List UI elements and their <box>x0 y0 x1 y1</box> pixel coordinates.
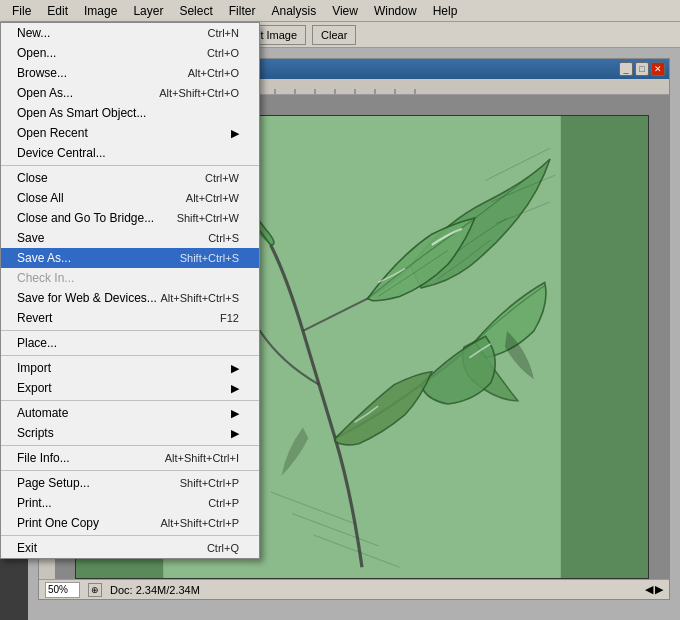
separator-5 <box>1 445 259 446</box>
doc-info: Doc: 2.34M/2.34M <box>110 584 200 596</box>
nav-prev-button[interactable]: ⊕ <box>88 583 102 597</box>
menu-select[interactable]: Select <box>171 2 220 20</box>
menu-help[interactable]: Help <box>425 2 466 20</box>
clear-button[interactable]: Clear <box>312 25 356 45</box>
separator-6 <box>1 470 259 471</box>
menu-open-as[interactable]: Open As... Alt+Shift+Ctrl+O <box>1 83 259 103</box>
menu-layer[interactable]: Layer <box>125 2 171 20</box>
menu-new[interactable]: New... Ctrl+N <box>1 23 259 43</box>
menu-device-central[interactable]: Device Central... <box>1 143 259 163</box>
menu-edit[interactable]: Edit <box>39 2 76 20</box>
menu-save-as[interactable]: Save As... Shift+Ctrl+S <box>1 248 259 268</box>
window-minimize-button[interactable]: _ <box>619 62 633 76</box>
menu-check-in: Check In... <box>1 268 259 288</box>
menu-export[interactable]: Export ▶ <box>1 378 259 398</box>
document-status-bar: ⊕ Doc: 2.34M/2.34M ◀ ▶ <box>39 579 669 599</box>
scroll-right-icon[interactable]: ▶ <box>655 583 663 596</box>
window-controls: _ □ ✕ <box>619 62 665 76</box>
menu-close-bridge[interactable]: Close and Go To Bridge... Shift+Ctrl+W <box>1 208 259 228</box>
separator-2 <box>1 330 259 331</box>
menu-close[interactable]: Close Ctrl+W <box>1 168 259 188</box>
status-navigation: ⊕ <box>88 583 102 597</box>
file-dropdown-menu: New... Ctrl+N Open... Ctrl+O Browse... A… <box>0 22 260 559</box>
menu-file[interactable]: File <box>4 2 39 20</box>
menu-filter[interactable]: Filter <box>221 2 264 20</box>
menu-save[interactable]: Save Ctrl+S <box>1 228 259 248</box>
menu-open-recent[interactable]: Open Recent ▶ <box>1 123 259 143</box>
menu-close-all[interactable]: Close All Alt+Ctrl+W <box>1 188 259 208</box>
zoom-input[interactable] <box>45 582 80 598</box>
menu-bar: File Edit Image Layer Select Filter Anal… <box>0 0 680 22</box>
separator-7 <box>1 535 259 536</box>
separator-4 <box>1 400 259 401</box>
menu-exit[interactable]: Exit Ctrl+Q <box>1 538 259 558</box>
menu-file-info[interactable]: File Info... Alt+Shift+Ctrl+I <box>1 448 259 468</box>
separator-1 <box>1 165 259 166</box>
menu-analysis[interactable]: Analysis <box>263 2 324 20</box>
menu-print-one[interactable]: Print One Copy Alt+Shift+Ctrl+P <box>1 513 259 533</box>
separator-3 <box>1 355 259 356</box>
menu-image[interactable]: Image <box>76 2 125 20</box>
menu-save-web[interactable]: Save for Web & Devices... Alt+Shift+Ctrl… <box>1 288 259 308</box>
menu-import[interactable]: Import ▶ <box>1 358 259 378</box>
menu-automate[interactable]: Automate ▶ <box>1 403 259 423</box>
scroll-left-icon[interactable]: ◀ <box>645 583 653 596</box>
menu-open[interactable]: Open... Ctrl+O <box>1 43 259 63</box>
window-maximize-button[interactable]: □ <box>635 62 649 76</box>
menu-page-setup[interactable]: Page Setup... Shift+Ctrl+P <box>1 473 259 493</box>
scroll-arrows: ◀ ▶ <box>645 583 663 596</box>
menu-print[interactable]: Print... Ctrl+P <box>1 493 259 513</box>
menu-view[interactable]: View <box>324 2 366 20</box>
menu-browse[interactable]: Browse... Alt+Ctrl+O <box>1 63 259 83</box>
window-close-button[interactable]: ✕ <box>651 62 665 76</box>
menu-scripts[interactable]: Scripts ▶ <box>1 423 259 443</box>
menu-place[interactable]: Place... <box>1 333 259 353</box>
menu-revert[interactable]: Revert F12 <box>1 308 259 328</box>
menu-open-smart[interactable]: Open As Smart Object... <box>1 103 259 123</box>
menu-window[interactable]: Window <box>366 2 425 20</box>
